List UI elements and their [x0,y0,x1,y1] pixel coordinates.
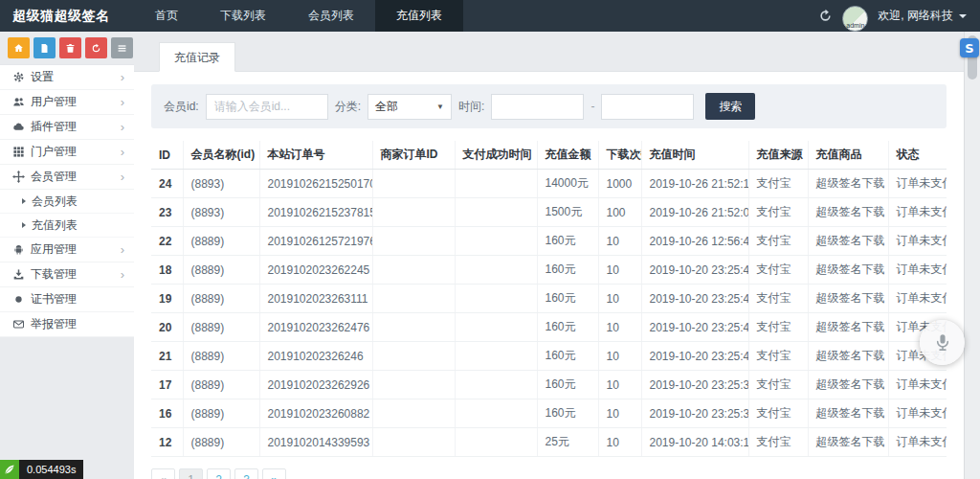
sidebar-item-portal-management[interactable]: 门户管理› [0,140,134,165]
sidebar-menu: 设置›用户管理›插件管理›门户管理›会员管理›会员列表充值列表应用管理›下载管理… [0,64,134,337]
table-cell: 25元 [537,428,598,457]
table-cell [372,313,455,342]
scrollbar[interactable] [964,32,980,479]
table-cell: 超级签名下载 [808,227,888,256]
table-cell: 2019102023262926 [259,371,372,399]
table-cell [372,371,455,399]
table-cell [372,256,455,285]
table-row: 24(8893)2019102621525017014000元10002019-… [151,170,947,198]
table-header-row: ID会员名称(id)本站订单号商家订单ID支付成功时间充值金额下载次数充值时间充… [151,141,947,170]
table-cell: 18 [151,256,183,285]
sidebar-item-app-management[interactable]: 应用管理› [0,238,134,262]
sidebar-item-label: 插件管理 [31,119,121,135]
tab-strip: 充值记录 [134,32,964,72]
tab-recharge-records[interactable]: 充值记录 [159,42,235,72]
time-start-input[interactable] [491,94,584,120]
category-select[interactable]: 全部 ▼ [368,94,452,120]
recharge-table: ID会员名称(id)本站订单号商家订单ID支付成功时间充值金额下载次数充值时间充… [151,141,947,457]
table-cell [372,170,455,198]
table-cell: 19 [151,285,183,313]
pagination-page-1[interactable]: 1 [179,468,203,479]
list-button[interactable] [111,37,133,58]
table-cell: 20 [151,313,183,342]
table-cell: 10 [598,313,641,342]
table-cell: 订单未支付 [888,371,947,399]
table-cell: 支付宝 [748,342,808,371]
nav-item-home[interactable]: 首页 [134,0,199,32]
table-cell [372,285,455,313]
pagination: «123» [151,468,947,479]
table-cell: 超级签名下载 [808,198,888,227]
chevron-right-icon: › [121,121,124,133]
table-cell: 超级签名下载 [808,313,888,342]
microphone-icon [932,332,953,354]
sidebar-item-plugin-management[interactable]: 插件管理› [0,115,134,140]
pagination-next[interactable]: » [262,468,286,479]
time-end-input[interactable] [601,94,694,120]
refresh-icon[interactable] [818,9,833,23]
table-header-cell: 充值金额 [537,141,598,170]
member-id-input[interactable] [206,94,328,120]
table-row: 16(8889)2019102023260882160元102019-10-20… [151,399,947,428]
table-cell: 2019-10-26 12:56:45 [641,227,748,256]
sidebar-item-report-management[interactable]: 举报管理 [0,312,134,337]
table-cell: 订单未支付 [888,227,947,256]
table-header-cell: 支付成功时间 [455,141,537,170]
trash-button[interactable] [59,37,81,58]
pagination-page-3[interactable]: 3 [234,468,258,479]
table-cell: 2019-10-20 23:25:40 [641,256,748,285]
table-cell: (8889) [183,428,259,457]
avatar[interactable]: admin [842,6,868,32]
table-cell: 17 [151,371,183,399]
debug-time-badge: 0.054493s [19,460,83,479]
table-cell: (8889) [183,256,259,285]
triangle-right-icon [22,198,26,204]
table-cell: 2019-10-20 23:25:36 [641,399,748,428]
debug-bar: 0.054493s [0,460,83,479]
avatar-label: admin [843,22,867,29]
sidebar-item-label: 会员管理 [31,169,121,185]
table-cell: (8889) [183,285,259,313]
nav-item-download-list[interactable]: 下载列表 [199,0,287,32]
s-widget-button[interactable]: S [960,38,979,57]
search-button[interactable]: 搜索 [705,93,755,120]
home-icon [13,43,24,54]
table-row: 17(8889)2019102023262926160元102019-10-20… [151,371,947,399]
refresh-button[interactable] [85,37,107,58]
table-cell: 订单未支付 [888,428,947,457]
file-button[interactable] [33,37,56,58]
sidebar-item-settings[interactable]: 设置› [0,65,134,90]
table-cell: 1000 [598,170,641,198]
home-button[interactable] [8,37,30,58]
time-separator: - [590,100,594,113]
voice-assistant-button[interactable] [920,320,965,365]
table-cell: 2019-10-20 23:25:39 [641,371,748,399]
thinkphp-debug-icon[interactable] [0,460,19,479]
table-cell: 2019-10-20 23:25:40 [641,313,748,342]
sidebar-item-label: 证书管理 [31,291,124,308]
table-row: 19(8889)2019102023263111160元102019-10-20… [151,285,947,313]
pagination-page-2[interactable]: 2 [207,468,231,479]
nav-item-member-list[interactable]: 会员列表 [287,0,375,32]
table-cell: 10 [598,227,641,256]
table-cell [372,428,455,457]
table-cell: 160元 [537,256,598,285]
table-cell: 2019102023260882 [259,399,372,428]
sidebar-item-member-management[interactable]: 会员管理› [0,165,134,190]
sidebar-item-user-management[interactable]: 用户管理› [0,90,134,115]
navbar-right: admin 欢迎, 网络科技 [818,0,967,32]
sidebar-subitem-recharge-list[interactable]: 充值列表 [0,214,134,238]
circle-icon [12,293,31,306]
table-cell [455,399,537,428]
table-cell: 订单未支付 [888,198,947,227]
table-header-cell: 状态 [888,141,947,170]
sidebar-item-label: 举报管理 [31,316,124,332]
sidebar-item-certificate-management[interactable]: 证书管理 [0,287,134,312]
user-menu[interactable]: 欢迎, 网络科技 [878,8,967,24]
sidebar-subitem-member-list[interactable]: 会员列表 [0,190,134,214]
nav-item-recharge-list[interactable]: 充值列表 [375,0,463,32]
sidebar-item-download-management[interactable]: 下载管理› [0,262,134,287]
cloud-icon [12,121,31,133]
table-cell: 160元 [537,313,598,342]
sidebar: 设置›用户管理›插件管理›门户管理›会员管理›会员列表充值列表应用管理›下载管理… [0,32,134,479]
